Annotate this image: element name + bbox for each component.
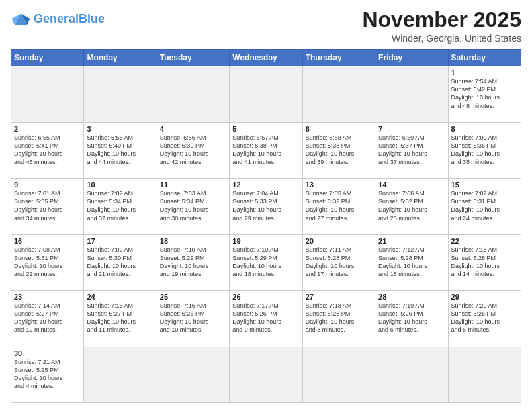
calendar-cell: 6Sunrise: 6:58 AM Sunset: 5:38 PM Daylig…	[302, 122, 375, 178]
day-info: Sunrise: 7:13 AM Sunset: 5:28 PM Dayligh…	[451, 246, 518, 279]
calendar-cell: 16Sunrise: 7:08 AM Sunset: 5:31 PM Dayli…	[11, 234, 84, 290]
weekday-header-saturday: Saturday	[448, 50, 521, 66]
day-number: 30	[14, 349, 81, 357]
logo-general: General	[34, 12, 79, 26]
day-info: Sunrise: 7:04 AM Sunset: 5:33 PM Dayligh…	[232, 189, 299, 222]
calendar-cell	[230, 347, 302, 402]
calendar-cell: 7Sunrise: 6:59 AM Sunset: 5:37 PM Daylig…	[375, 122, 448, 178]
day-info: Sunrise: 7:09 AM Sunset: 5:30 PM Dayligh…	[87, 246, 153, 279]
calendar-cell: 27Sunrise: 7:18 AM Sunset: 5:26 PM Dayli…	[302, 291, 375, 347]
calendar-cell: 29Sunrise: 7:20 AM Sunset: 5:26 PM Dayli…	[448, 291, 521, 347]
calendar-cell: 5Sunrise: 6:57 AM Sunset: 5:38 PM Daylig…	[230, 122, 302, 178]
calendar-cell	[230, 66, 302, 122]
day-number: 27	[306, 293, 372, 301]
calendar-cell: 15Sunrise: 7:07 AM Sunset: 5:31 PM Dayli…	[448, 179, 521, 234]
day-info: Sunrise: 7:15 AM Sunset: 5:27 PM Dayligh…	[87, 302, 153, 334]
day-info: Sunrise: 6:57 AM Sunset: 5:38 PM Dayligh…	[232, 134, 299, 167]
day-number: 19	[232, 237, 299, 245]
day-info: Sunrise: 7:54 AM Sunset: 6:42 PM Dayligh…	[451, 77, 518, 110]
weekday-row: SundayMondayTuesdayWednesdayThursdayFrid…	[11, 50, 521, 66]
day-info: Sunrise: 6:55 AM Sunset: 5:41 PM Dayligh…	[14, 134, 81, 167]
calendar-week-3: 16Sunrise: 7:08 AM Sunset: 5:31 PM Dayli…	[11, 234, 521, 290]
day-number: 12	[232, 181, 299, 189]
day-number: 18	[160, 237, 226, 245]
calendar-cell	[157, 347, 229, 402]
day-number: 8	[451, 125, 518, 133]
day-number: 5	[232, 125, 299, 133]
day-number: 2	[14, 125, 81, 133]
day-info: Sunrise: 7:19 AM Sunset: 5:26 PM Dayligh…	[378, 302, 445, 334]
calendar-cell: 4Sunrise: 6:56 AM Sunset: 5:39 PM Daylig…	[157, 122, 229, 178]
day-info: Sunrise: 7:00 AM Sunset: 5:36 PM Dayligh…	[451, 134, 518, 167]
calendar-cell	[84, 66, 157, 122]
calendar-cell: 8Sunrise: 7:00 AM Sunset: 5:36 PM Daylig…	[448, 122, 521, 178]
calendar-cell: 26Sunrise: 7:17 AM Sunset: 5:26 PM Dayli…	[230, 291, 302, 347]
calendar-cell: 9Sunrise: 7:01 AM Sunset: 5:35 PM Daylig…	[11, 179, 84, 234]
day-number: 4	[160, 125, 226, 133]
day-number: 23	[14, 293, 81, 301]
calendar-cell: 10Sunrise: 7:02 AM Sunset: 5:34 PM Dayli…	[84, 179, 157, 234]
calendar-cell: 1Sunrise: 7:54 AM Sunset: 6:42 PM Daylig…	[448, 66, 521, 122]
day-info: Sunrise: 7:05 AM Sunset: 5:32 PM Dayligh…	[306, 189, 372, 222]
calendar-cell: 23Sunrise: 7:14 AM Sunset: 5:27 PM Dayli…	[11, 291, 84, 347]
calendar-cell: 19Sunrise: 7:10 AM Sunset: 5:29 PM Dayli…	[230, 234, 302, 290]
day-number: 24	[87, 293, 153, 301]
calendar-cell	[375, 347, 448, 402]
weekday-header-thursday: Thursday	[302, 50, 375, 66]
calendar-cell: 24Sunrise: 7:15 AM Sunset: 5:27 PM Dayli…	[84, 291, 157, 347]
day-number: 17	[87, 237, 153, 245]
header: GeneralBlue November 2025 Winder, Georgi…	[11, 8, 521, 44]
day-number: 9	[14, 181, 81, 189]
calendar-cell: 17Sunrise: 7:09 AM Sunset: 5:30 PM Dayli…	[84, 234, 157, 290]
calendar-cell: 21Sunrise: 7:12 AM Sunset: 5:28 PM Dayli…	[375, 234, 448, 290]
day-info: Sunrise: 7:06 AM Sunset: 5:32 PM Dayligh…	[378, 189, 445, 222]
logo-icon	[11, 11, 31, 27]
day-info: Sunrise: 7:12 AM Sunset: 5:28 PM Dayligh…	[378, 246, 445, 279]
day-number: 3	[87, 125, 153, 133]
weekday-header-friday: Friday	[375, 50, 448, 66]
calendar-cell: 11Sunrise: 7:03 AM Sunset: 5:34 PM Dayli…	[157, 179, 229, 234]
day-info: Sunrise: 6:59 AM Sunset: 5:37 PM Dayligh…	[378, 134, 445, 167]
day-number: 1	[451, 68, 518, 77]
calendar-cell: 2Sunrise: 6:55 AM Sunset: 5:41 PM Daylig…	[11, 122, 84, 178]
logo: GeneralBlue	[11, 11, 105, 27]
calendar-cell: 28Sunrise: 7:19 AM Sunset: 5:26 PM Dayli…	[375, 291, 448, 347]
day-info: Sunrise: 6:56 AM Sunset: 5:40 PM Dayligh…	[87, 134, 153, 167]
day-info: Sunrise: 7:08 AM Sunset: 5:31 PM Dayligh…	[14, 246, 81, 279]
day-number: 26	[232, 293, 299, 301]
calendar-week-0: 1Sunrise: 7:54 AM Sunset: 6:42 PM Daylig…	[11, 66, 521, 122]
day-number: 6	[306, 125, 372, 133]
calendar-cell: 12Sunrise: 7:04 AM Sunset: 5:33 PM Dayli…	[230, 179, 302, 234]
day-number: 22	[451, 237, 518, 245]
day-number: 11	[160, 181, 226, 189]
calendar-cell	[375, 66, 448, 122]
calendar-cell: 13Sunrise: 7:05 AM Sunset: 5:32 PM Dayli…	[302, 179, 375, 234]
day-info: Sunrise: 7:11 AM Sunset: 5:28 PM Dayligh…	[306, 246, 372, 279]
calendar-cell: 30Sunrise: 7:21 AM Sunset: 5:25 PM Dayli…	[11, 347, 84, 402]
day-info: Sunrise: 7:20 AM Sunset: 5:26 PM Dayligh…	[451, 302, 518, 334]
day-info: Sunrise: 7:16 AM Sunset: 5:26 PM Dayligh…	[160, 302, 226, 334]
page: GeneralBlue November 2025 Winder, Georgi…	[0, 0, 532, 411]
calendar-cell	[302, 347, 375, 402]
calendar-header: SundayMondayTuesdayWednesdayThursdayFrid…	[11, 50, 521, 66]
day-info: Sunrise: 7:03 AM Sunset: 5:34 PM Dayligh…	[160, 189, 226, 222]
day-number: 15	[451, 181, 518, 189]
calendar-cell	[157, 66, 229, 122]
month-title: November 2025	[362, 8, 521, 32]
day-info: Sunrise: 6:56 AM Sunset: 5:39 PM Dayligh…	[160, 134, 226, 167]
day-info: Sunrise: 7:07 AM Sunset: 5:31 PM Dayligh…	[451, 189, 518, 222]
calendar-cell: 20Sunrise: 7:11 AM Sunset: 5:28 PM Dayli…	[302, 234, 375, 290]
day-number: 21	[378, 237, 445, 245]
day-info: Sunrise: 7:02 AM Sunset: 5:34 PM Dayligh…	[87, 189, 153, 222]
day-number: 16	[14, 237, 81, 245]
day-number: 20	[306, 237, 372, 245]
day-number: 10	[87, 181, 153, 189]
day-number: 14	[378, 181, 445, 189]
title-block: November 2025 Winder, Georgia, United St…	[362, 8, 521, 44]
weekday-header-monday: Monday	[84, 50, 157, 66]
calendar-cell: 14Sunrise: 7:06 AM Sunset: 5:32 PM Dayli…	[375, 179, 448, 234]
calendar-cell	[11, 66, 84, 122]
logo-text: GeneralBlue	[34, 13, 105, 25]
location: Winder, Georgia, United States	[362, 33, 521, 44]
day-info: Sunrise: 7:01 AM Sunset: 5:35 PM Dayligh…	[14, 189, 81, 222]
